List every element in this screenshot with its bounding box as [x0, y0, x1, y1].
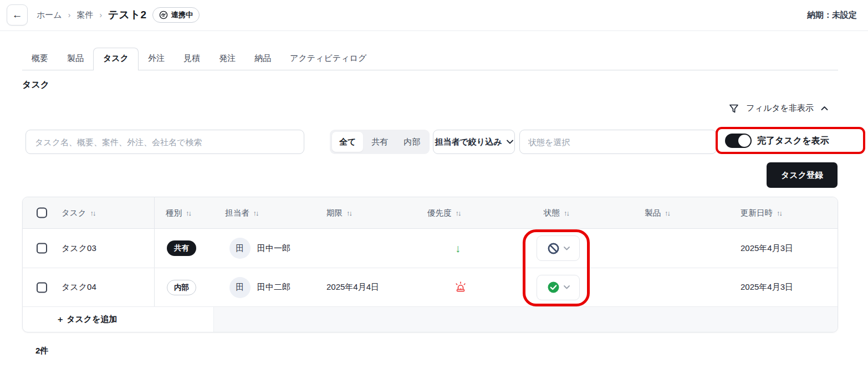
- add-task-button[interactable]: ＋ タスクを追加: [23, 307, 214, 332]
- table-header-row: タスク ↑↓ 種別 ↑↓ 担当者 ↑↓ 期限 ↑↓ 優先度 ↑↓ 状態: [23, 197, 838, 229]
- page-title: テスト2: [108, 8, 146, 22]
- type-badge-shared: 共有: [167, 240, 196, 256]
- chevron-up-icon: [821, 106, 828, 111]
- blocked-icon: [547, 242, 560, 255]
- tab-activity-log[interactable]: アクティビティログ: [280, 48, 376, 70]
- chevron-down-icon: [564, 285, 570, 289]
- sort-icon[interactable]: ↑↓: [777, 209, 782, 217]
- row-checkbox[interactable]: [37, 243, 47, 254]
- avatar: 田: [229, 238, 251, 259]
- column-header-type[interactable]: 種別 ↑↓: [166, 197, 191, 228]
- table-row[interactable]: タスク03 共有 田 田中一郎 ↓ 2025年4月3日: [23, 229, 838, 268]
- segment-all[interactable]: 全て: [332, 132, 363, 152]
- tab-products[interactable]: 製品: [58, 48, 93, 70]
- header-divider: [0, 30, 868, 31]
- sort-icon[interactable]: ↑↓: [564, 209, 569, 217]
- breadcrumb-projects[interactable]: 案件: [76, 10, 93, 21]
- column-header-status[interactable]: 状態 ↑↓: [544, 197, 569, 228]
- select-all-checkbox[interactable]: [37, 208, 47, 218]
- link-status-badge: 連携中: [152, 7, 200, 23]
- show-completed-toggle[interactable]: [725, 134, 752, 148]
- status-filter-select[interactable]: [519, 130, 717, 154]
- column-divider: [154, 229, 155, 268]
- sort-icon[interactable]: ↑↓: [186, 209, 191, 217]
- result-count: 2件: [35, 346, 48, 356]
- assignee-filter-dropdown[interactable]: 担当者で絞り込み: [433, 130, 515, 154]
- task-page: ← ホーム › 案件 › テスト2 連携中 納期：未設定 概要 製品 タスク 外…: [0, 0, 868, 374]
- priority-high-siren-icon: [455, 268, 467, 306]
- sort-icon[interactable]: ↑↓: [665, 209, 670, 217]
- column-header-product[interactable]: 製品 ↑↓: [645, 197, 670, 228]
- column-divider: [154, 197, 155, 228]
- search-input[interactable]: [25, 130, 304, 154]
- avatar: 田: [229, 277, 251, 298]
- column-header-updated[interactable]: 更新日時 ↑↓: [741, 197, 782, 228]
- status-dropdown-blocked[interactable]: [537, 235, 580, 261]
- link-status-label: 連携中: [171, 10, 193, 20]
- table-row[interactable]: タスク04 内部 田 田中二郎 2025年4月4日: [23, 268, 838, 307]
- chevron-down-icon: [564, 247, 570, 250]
- column-header-assignee[interactable]: 担当者 ↑↓: [225, 197, 258, 228]
- priority-low-arrow-icon: ↓: [455, 229, 461, 268]
- add-task-label: ＋ タスクを追加: [56, 314, 118, 325]
- done-check-icon: [547, 281, 560, 294]
- assignee-filter-label: 担当者で絞り込み: [435, 137, 502, 147]
- sort-icon[interactable]: ↑↓: [253, 209, 258, 217]
- show-completed-label: 完了タスクを表示: [757, 134, 829, 148]
- tab-bar: 概要 製品 タスク 外注 見積 発注 納品 アクティビティログ: [22, 48, 838, 70]
- segment-shared[interactable]: 共有: [364, 132, 395, 152]
- column-header-task[interactable]: タスク ↑↓: [62, 197, 95, 228]
- chevron-right-icon: ›: [99, 11, 102, 19]
- tab-quotes[interactable]: 見積: [174, 48, 210, 70]
- chevron-right-icon: ›: [68, 11, 71, 19]
- tab-orders[interactable]: 発注: [210, 48, 245, 70]
- segment-internal[interactable]: 内部: [396, 132, 427, 152]
- tab-outsourcing[interactable]: 外注: [139, 48, 174, 70]
- updated-cell: 2025年4月3日: [741, 229, 793, 268]
- funnel-icon: [729, 104, 739, 114]
- tab-tasks[interactable]: タスク: [93, 48, 139, 70]
- due-cell: 2025年4月4日: [326, 268, 379, 306]
- assignee-name: 田中一郎: [257, 243, 290, 254]
- due-date-label: 納期：未設定: [807, 10, 857, 21]
- task-name[interactable]: タスク04: [62, 268, 96, 306]
- sort-icon[interactable]: ↑↓: [456, 209, 461, 217]
- table-footer-row: ＋ タスクを追加: [23, 307, 838, 332]
- column-divider: [154, 268, 155, 306]
- filter-visibility-label: フィルタを非表示: [746, 103, 814, 114]
- type-cell: 内部: [167, 268, 196, 306]
- tab-deliveries[interactable]: 納品: [245, 48, 280, 70]
- register-task-button[interactable]: タスク登録: [767, 162, 838, 188]
- assignee-name: 田中二郎: [257, 282, 290, 293]
- type-cell: 共有: [167, 229, 196, 268]
- scope-segmented-control: 全て 共有 内部: [330, 130, 430, 154]
- updated-cell: 2025年4月3日: [741, 268, 793, 306]
- assignee-cell: 田 田中一郎: [229, 229, 290, 268]
- breadcrumb: ホーム › 案件 › テスト2 連携中: [37, 0, 200, 30]
- back-button[interactable]: ←: [7, 4, 28, 25]
- section-title: タスク: [22, 79, 49, 91]
- status-dropdown-done[interactable]: [537, 275, 580, 300]
- task-table: タスク ↑↓ 種別 ↑↓ 担当者 ↑↓ 期限 ↑↓ 優先度 ↑↓ 状態: [22, 197, 838, 332]
- column-header-priority[interactable]: 優先度 ↑↓: [427, 197, 461, 228]
- sort-icon[interactable]: ↑↓: [346, 209, 351, 217]
- assignee-cell: 田 田中二郎: [229, 268, 290, 306]
- column-header-due[interactable]: 期限 ↑↓: [326, 197, 351, 228]
- chevron-down-icon: [507, 140, 513, 144]
- type-badge-internal: 内部: [167, 280, 196, 295]
- row-checkbox[interactable]: [37, 282, 47, 293]
- breadcrumb-home[interactable]: ホーム: [37, 10, 62, 21]
- tab-overview[interactable]: 概要: [22, 48, 58, 70]
- sort-icon[interactable]: ↑↓: [90, 209, 95, 217]
- toggle-knob: [738, 135, 750, 147]
- filter-visibility-toggle[interactable]: フィルタを非表示: [729, 103, 828, 114]
- handshake-icon: [159, 11, 168, 19]
- task-name[interactable]: タスク03: [62, 229, 96, 268]
